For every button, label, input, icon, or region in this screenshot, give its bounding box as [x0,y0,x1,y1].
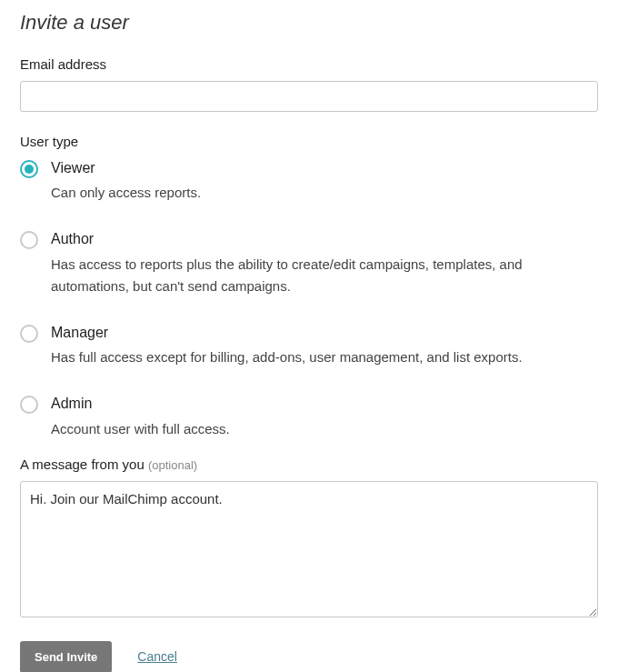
radio-manager[interactable]: Manager Has full access except for billi… [20,323,598,368]
message-textarea[interactable] [20,481,598,617]
message-label-main: A message from you [20,456,148,472]
page-title: Invite a user [20,11,598,35]
user-type-radio-group: Viewer Can only access reports. Author H… [20,158,598,440]
email-input[interactable] [20,81,598,112]
radio-icon[interactable] [20,160,38,178]
radio-title: Viewer [51,158,598,178]
radio-icon[interactable] [20,231,38,249]
cancel-link[interactable]: Cancel [137,649,177,664]
radio-admin[interactable]: Admin Account user with full access. [20,394,598,439]
radio-viewer[interactable]: Viewer Can only access reports. [20,158,598,204]
radio-title: Author [51,229,598,249]
radio-icon[interactable] [20,396,38,414]
radio-title: Manager [51,323,598,343]
email-label: Email address [20,56,598,72]
radio-icon[interactable] [20,325,38,343]
radio-title: Admin [51,394,598,414]
radio-desc: Has access to reports plus the ability t… [51,254,598,297]
message-label: A message from you (optional) [20,456,598,472]
user-type-label: User type [20,134,598,149]
send-invite-button[interactable]: Send Invite [20,641,112,672]
message-label-optional: (optional) [148,458,197,472]
radio-desc: Account user with full access. [51,418,598,440]
radio-desc: Can only access reports. [51,182,598,204]
radio-desc: Has full access except for billing, add-… [51,346,598,368]
radio-author[interactable]: Author Has access to reports plus the ab… [20,229,598,296]
